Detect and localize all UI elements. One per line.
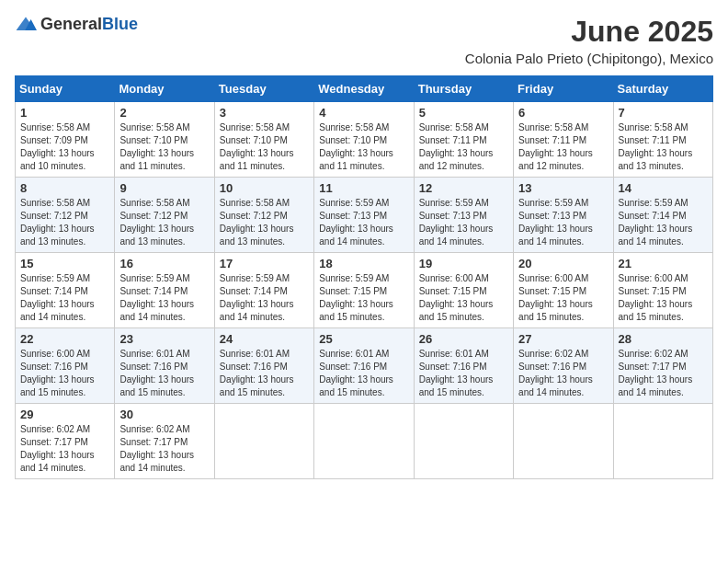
day-number: 2 [119,106,209,120]
header-row: SundayMondayTuesdayWednesdayThursdayFrid… [16,76,713,102]
calendar-cell: 29 Sunrise: 6:02 AMSunset: 7:17 PMDaylig… [16,404,115,479]
calendar-cell: 24 Sunrise: 6:01 AMSunset: 7:16 PMDaylig… [214,328,313,404]
cell-text: Sunrise: 5:58 AMSunset: 7:10 PMDaylight:… [220,122,294,171]
column-header-sunday: Sunday [16,76,115,102]
column-header-saturday: Saturday [613,76,712,102]
column-header-friday: Friday [514,76,613,102]
day-number: 12 [419,181,508,195]
calendar-cell [514,404,613,479]
cell-text: Sunrise: 5:59 AMSunset: 7:14 PMDaylight:… [119,273,194,322]
calendar-cell: 19 Sunrise: 6:00 AMSunset: 7:15 PMDaylig… [414,253,513,328]
day-number: 27 [518,332,608,346]
cell-text: Sunrise: 5:59 AMSunset: 7:15 PMDaylight:… [319,273,393,322]
cell-text: Sunrise: 6:02 AMSunset: 7:17 PMDaylight:… [20,424,95,473]
week-row-4: 22 Sunrise: 6:00 AMSunset: 7:16 PMDaylig… [16,328,713,404]
day-number: 8 [20,181,109,195]
day-number: 7 [619,106,708,120]
cell-text: Sunrise: 5:58 AMSunset: 7:11 PMDaylight:… [518,122,593,171]
calendar-cell: 23 Sunrise: 6:01 AMSunset: 7:16 PMDaylig… [115,328,214,404]
day-number: 28 [619,332,708,346]
day-number: 29 [20,408,109,421]
cell-text: Sunrise: 6:01 AMSunset: 7:16 PMDaylight:… [220,349,294,397]
calendar-cell: 5 Sunrise: 5:58 AMSunset: 7:11 PMDayligh… [414,102,513,178]
cell-text: Sunrise: 6:02 AMSunset: 7:17 PMDaylight:… [119,424,194,473]
day-number: 10 [220,181,309,195]
day-number: 16 [119,257,209,270]
calendar-cell [214,404,313,479]
calendar-cell: 17 Sunrise: 5:59 AMSunset: 7:14 PMDaylig… [214,253,313,328]
week-row-3: 15 Sunrise: 5:59 AMSunset: 7:14 PMDaylig… [16,253,713,328]
calendar-cell [613,404,712,479]
calendar-cell: 22 Sunrise: 6:00 AMSunset: 7:16 PMDaylig… [16,328,115,404]
day-number: 24 [220,332,309,346]
calendar-cell: 25 Sunrise: 6:01 AMSunset: 7:16 PMDaylig… [314,328,414,404]
cell-text: Sunrise: 5:59 AMSunset: 7:14 PMDaylight:… [220,273,294,322]
day-number: 15 [20,257,109,270]
cell-text: Sunrise: 6:01 AMSunset: 7:16 PMDaylight:… [419,349,494,397]
calendar-cell: 7 Sunrise: 5:58 AMSunset: 7:11 PMDayligh… [613,102,712,178]
week-row-2: 8 Sunrise: 5:58 AMSunset: 7:12 PMDayligh… [16,178,713,253]
calendar-cell: 3 Sunrise: 5:58 AMSunset: 7:10 PMDayligh… [214,102,313,178]
week-row-1: 1 Sunrise: 5:58 AMSunset: 7:09 PMDayligh… [16,102,713,178]
calendar-cell [414,404,513,479]
calendar-cell: 10 Sunrise: 5:58 AMSunset: 7:12 PMDaylig… [214,178,313,253]
logo-icon [15,16,37,34]
cell-text: Sunrise: 6:00 AMSunset: 7:15 PMDaylight:… [518,273,593,322]
cell-text: Sunrise: 5:59 AMSunset: 7:13 PMDaylight:… [518,198,593,247]
calendar-cell: 2 Sunrise: 5:58 AMSunset: 7:10 PMDayligh… [115,102,214,178]
day-number: 26 [419,332,508,346]
day-number: 21 [619,257,708,270]
day-number: 20 [518,257,608,270]
day-number: 30 [119,408,209,421]
cell-text: Sunrise: 6:02 AMSunset: 7:16 PMDaylight:… [518,349,593,397]
column-header-monday: Monday [115,76,214,102]
calendar-cell: 18 Sunrise: 5:59 AMSunset: 7:15 PMDaylig… [314,253,414,328]
header: GeneralBlue June 2025 Colonia Palo Priet… [15,15,713,66]
day-number: 25 [319,332,408,346]
calendar-cell: 1 Sunrise: 5:58 AMSunset: 7:09 PMDayligh… [16,102,115,178]
cell-text: Sunrise: 5:59 AMSunset: 7:14 PMDaylight:… [619,198,693,247]
day-number: 22 [20,332,109,346]
calendar-cell: 26 Sunrise: 6:01 AMSunset: 7:16 PMDaylig… [414,328,513,404]
calendar-cell: 28 Sunrise: 6:02 AMSunset: 7:17 PMDaylig… [613,328,712,404]
day-number: 23 [119,332,209,346]
column-header-thursday: Thursday [414,76,513,102]
week-row-5: 29 Sunrise: 6:02 AMSunset: 7:17 PMDaylig… [16,404,713,479]
calendar-cell [314,404,414,479]
title-area: June 2025 Colonia Palo Prieto (Chipitong… [465,15,713,66]
day-number: 19 [419,257,508,270]
day-number: 6 [518,106,608,120]
calendar-cell: 11 Sunrise: 5:59 AMSunset: 7:13 PMDaylig… [314,178,414,253]
day-number: 9 [119,181,209,195]
cell-text: Sunrise: 5:59 AMSunset: 7:13 PMDaylight:… [319,198,393,247]
cell-text: Sunrise: 5:58 AMSunset: 7:12 PMDaylight:… [20,198,95,247]
logo: GeneralBlue [15,15,138,34]
day-number: 4 [319,106,408,120]
cell-text: Sunrise: 5:59 AMSunset: 7:13 PMDaylight:… [419,198,494,247]
cell-text: Sunrise: 5:58 AMSunset: 7:12 PMDaylight:… [220,198,294,247]
day-number: 18 [319,257,408,270]
calendar-cell: 12 Sunrise: 5:59 AMSunset: 7:13 PMDaylig… [414,178,513,253]
day-number: 14 [619,181,708,195]
cell-text: Sunrise: 5:58 AMSunset: 7:09 PMDaylight:… [20,122,95,171]
cell-text: Sunrise: 6:00 AMSunset: 7:15 PMDaylight:… [619,273,693,322]
calendar-cell: 14 Sunrise: 5:59 AMSunset: 7:14 PMDaylig… [613,178,712,253]
month-title: June 2025 [465,15,713,49]
cell-text: Sunrise: 5:58 AMSunset: 7:11 PMDaylight:… [419,122,494,171]
day-number: 13 [518,181,608,195]
cell-text: Sunrise: 5:58 AMSunset: 7:11 PMDaylight:… [619,122,693,171]
day-number: 11 [319,181,408,195]
calendar-cell: 4 Sunrise: 5:58 AMSunset: 7:10 PMDayligh… [314,102,414,178]
calendar-cell: 20 Sunrise: 6:00 AMSunset: 7:15 PMDaylig… [514,253,613,328]
calendar-cell: 30 Sunrise: 6:02 AMSunset: 7:17 PMDaylig… [115,404,214,479]
calendar-cell: 9 Sunrise: 5:58 AMSunset: 7:12 PMDayligh… [115,178,214,253]
logo-general: General [40,15,102,33]
day-number: 5 [419,106,508,120]
cell-text: Sunrise: 5:58 AMSunset: 7:10 PMDaylight:… [319,122,393,171]
cell-text: Sunrise: 6:01 AMSunset: 7:16 PMDaylight:… [119,349,194,397]
calendar-cell: 16 Sunrise: 5:59 AMSunset: 7:14 PMDaylig… [115,253,214,328]
cell-text: Sunrise: 5:58 AMSunset: 7:12 PMDaylight:… [119,198,194,247]
cell-text: Sunrise: 5:59 AMSunset: 7:14 PMDaylight:… [20,273,95,322]
calendar-cell: 8 Sunrise: 5:58 AMSunset: 7:12 PMDayligh… [16,178,115,253]
day-number: 17 [220,257,309,270]
